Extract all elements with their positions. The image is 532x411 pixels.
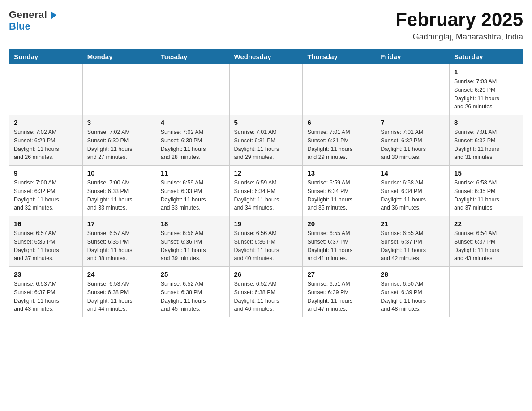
day-number: 23	[14, 270, 78, 278]
calendar-cell: 10Sunrise: 7:00 AM Sunset: 6:33 PM Dayli…	[82, 166, 156, 216]
calendar-cell: 2Sunrise: 7:02 AM Sunset: 6:29 PM Daylig…	[9, 115, 83, 166]
calendar-cell	[82, 64, 156, 115]
day-info: Sunrise: 6:52 AM Sunset: 6:38 PM Dayligh…	[234, 280, 298, 313]
day-info: Sunrise: 6:52 AM Sunset: 6:38 PM Dayligh…	[161, 280, 225, 313]
day-info: Sunrise: 6:58 AM Sunset: 6:34 PM Dayligh…	[381, 179, 445, 212]
page-header: General Blue February 2025 Gadhinglaj, M…	[9, 9, 523, 42]
calendar-week-row: 16Sunrise: 6:57 AM Sunset: 6:35 PM Dayli…	[9, 216, 523, 267]
calendar-cell	[156, 64, 229, 115]
calendar-cell: 28Sunrise: 6:50 AM Sunset: 6:39 PM Dayli…	[376, 267, 450, 317]
calendar-day-header: Monday	[82, 49, 156, 64]
day-number: 6	[307, 119, 371, 126]
logo-blue-text: Blue	[9, 21, 30, 32]
calendar-cell: 24Sunrise: 6:53 AM Sunset: 6:38 PM Dayli…	[82, 267, 156, 317]
day-info: Sunrise: 7:01 AM Sunset: 6:32 PM Dayligh…	[381, 128, 445, 162]
day-number: 26	[234, 270, 298, 278]
day-number: 8	[454, 119, 518, 126]
day-info: Sunrise: 7:01 AM Sunset: 6:31 PM Dayligh…	[307, 128, 371, 162]
calendar-cell: 11Sunrise: 6:59 AM Sunset: 6:33 PM Dayli…	[156, 166, 229, 216]
day-number: 10	[87, 169, 151, 177]
day-info: Sunrise: 7:00 AM Sunset: 6:33 PM Dayligh…	[87, 179, 151, 212]
calendar-week-row: 23Sunrise: 6:53 AM Sunset: 6:37 PM Dayli…	[9, 267, 523, 317]
day-number: 1	[454, 68, 518, 76]
day-number: 18	[161, 220, 225, 227]
logo-general-text: General	[9, 9, 56, 21]
day-number: 13	[307, 169, 371, 177]
calendar-cell: 22Sunrise: 6:54 AM Sunset: 6:37 PM Dayli…	[450, 216, 523, 267]
day-info: Sunrise: 6:50 AM Sunset: 6:39 PM Dayligh…	[381, 280, 445, 313]
day-number: 22	[454, 220, 518, 227]
logo-arrow-icon	[51, 11, 56, 19]
calendar-cell: 7Sunrise: 7:01 AM Sunset: 6:32 PM Daylig…	[376, 115, 450, 166]
day-number: 12	[234, 169, 298, 177]
calendar-day-header: Tuesday	[156, 49, 229, 64]
day-info: Sunrise: 6:54 AM Sunset: 6:37 PM Dayligh…	[454, 229, 518, 263]
day-info: Sunrise: 6:57 AM Sunset: 6:36 PM Dayligh…	[87, 229, 151, 263]
day-number: 15	[454, 169, 518, 177]
location-text: Gadhinglaj, Maharashtra, India	[395, 32, 523, 42]
calendar-cell: 25Sunrise: 6:52 AM Sunset: 6:38 PM Dayli…	[156, 267, 229, 317]
calendar-cell: 8Sunrise: 7:01 AM Sunset: 6:32 PM Daylig…	[450, 115, 523, 166]
day-info: Sunrise: 6:59 AM Sunset: 6:34 PM Dayligh…	[307, 179, 371, 212]
calendar-cell: 14Sunrise: 6:58 AM Sunset: 6:34 PM Dayli…	[376, 166, 450, 216]
calendar-cell: 27Sunrise: 6:51 AM Sunset: 6:39 PM Dayli…	[303, 267, 376, 317]
calendar-cell: 13Sunrise: 6:59 AM Sunset: 6:34 PM Dayli…	[303, 166, 376, 216]
calendar-cell	[303, 64, 376, 115]
day-info: Sunrise: 6:55 AM Sunset: 6:37 PM Dayligh…	[307, 229, 371, 263]
calendar-cell: 6Sunrise: 7:01 AM Sunset: 6:31 PM Daylig…	[303, 115, 376, 166]
day-number: 20	[307, 220, 371, 227]
logo-blue-label: Blue	[9, 21, 30, 32]
day-number: 27	[307, 270, 371, 278]
day-info: Sunrise: 6:56 AM Sunset: 6:36 PM Dayligh…	[234, 229, 298, 263]
logo-general-label: General	[9, 9, 47, 20]
calendar-cell: 5Sunrise: 7:01 AM Sunset: 6:31 PM Daylig…	[229, 115, 303, 166]
day-number: 14	[381, 169, 445, 177]
day-info: Sunrise: 7:02 AM Sunset: 6:30 PM Dayligh…	[87, 128, 151, 162]
calendar-week-row: 2Sunrise: 7:02 AM Sunset: 6:29 PM Daylig…	[9, 115, 523, 166]
day-number: 24	[87, 270, 151, 278]
day-number: 16	[14, 220, 78, 227]
day-number: 28	[381, 270, 445, 278]
logo: General Blue	[9, 9, 56, 32]
day-number: 11	[161, 169, 225, 177]
calendar-cell: 23Sunrise: 6:53 AM Sunset: 6:37 PM Dayli…	[9, 267, 83, 317]
day-info: Sunrise: 7:00 AM Sunset: 6:32 PM Dayligh…	[14, 179, 78, 212]
calendar-day-header: Sunday	[9, 49, 83, 64]
day-info: Sunrise: 7:01 AM Sunset: 6:32 PM Dayligh…	[454, 128, 518, 162]
calendar-cell: 19Sunrise: 6:56 AM Sunset: 6:36 PM Dayli…	[229, 216, 303, 267]
calendar-cell: 26Sunrise: 6:52 AM Sunset: 6:38 PM Dayli…	[229, 267, 303, 317]
day-number: 9	[14, 169, 78, 177]
month-title: February 2025	[395, 9, 523, 30]
day-info: Sunrise: 6:59 AM Sunset: 6:33 PM Dayligh…	[161, 179, 225, 212]
calendar-week-row: 9Sunrise: 7:00 AM Sunset: 6:32 PM Daylig…	[9, 166, 523, 216]
calendar-day-header: Saturday	[450, 49, 523, 64]
day-info: Sunrise: 7:01 AM Sunset: 6:31 PM Dayligh…	[234, 128, 298, 162]
calendar-cell: 18Sunrise: 6:56 AM Sunset: 6:36 PM Dayli…	[156, 216, 229, 267]
calendar-cell: 20Sunrise: 6:55 AM Sunset: 6:37 PM Dayli…	[303, 216, 376, 267]
day-number: 4	[161, 119, 225, 126]
calendar-day-header: Thursday	[303, 49, 376, 64]
day-number: 17	[87, 220, 151, 227]
calendar-cell: 15Sunrise: 6:58 AM Sunset: 6:35 PM Dayli…	[450, 166, 523, 216]
calendar-table: SundayMondayTuesdayWednesdayThursdayFrid…	[9, 49, 523, 317]
day-info: Sunrise: 6:58 AM Sunset: 6:35 PM Dayligh…	[454, 179, 518, 212]
calendar-cell	[376, 64, 450, 115]
day-info: Sunrise: 7:02 AM Sunset: 6:29 PM Dayligh…	[14, 128, 78, 162]
calendar-cell	[229, 64, 303, 115]
day-number: 3	[87, 119, 151, 126]
day-number: 7	[381, 119, 445, 126]
day-number: 19	[234, 220, 298, 227]
calendar-cell: 17Sunrise: 6:57 AM Sunset: 6:36 PM Dayli…	[82, 216, 156, 267]
calendar-cell: 9Sunrise: 7:00 AM Sunset: 6:32 PM Daylig…	[9, 166, 83, 216]
day-info: Sunrise: 6:56 AM Sunset: 6:36 PM Dayligh…	[161, 229, 225, 263]
calendar-cell: 21Sunrise: 6:55 AM Sunset: 6:37 PM Dayli…	[376, 216, 450, 267]
calendar-week-row: 1Sunrise: 7:03 AM Sunset: 6:29 PM Daylig…	[9, 64, 523, 115]
calendar-cell	[9, 64, 83, 115]
day-number: 25	[161, 270, 225, 278]
day-info: Sunrise: 7:03 AM Sunset: 6:29 PM Dayligh…	[454, 77, 518, 111]
day-info: Sunrise: 6:53 AM Sunset: 6:38 PM Dayligh…	[87, 280, 151, 313]
calendar-day-header: Friday	[376, 49, 450, 64]
calendar-cell: 16Sunrise: 6:57 AM Sunset: 6:35 PM Dayli…	[9, 216, 83, 267]
calendar-cell: 3Sunrise: 7:02 AM Sunset: 6:30 PM Daylig…	[82, 115, 156, 166]
day-number: 5	[234, 119, 298, 126]
